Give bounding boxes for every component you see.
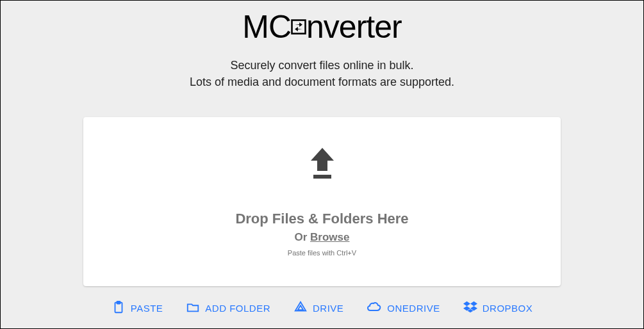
drive-label: DRIVE — [313, 303, 343, 314]
drop-subtitle: Or Browse — [295, 231, 350, 244]
add-folder-button[interactable]: ADD FOLDER — [186, 300, 270, 316]
logo-text-post: nverter — [306, 8, 402, 45]
drive-icon — [293, 300, 308, 316]
drop-title: Drop Files & Folders Here — [235, 211, 408, 227]
browse-link[interactable]: Browse — [310, 231, 349, 243]
paste-button[interactable]: PASTE — [111, 300, 163, 316]
tagline-line2: Lots of media and document formats are s… — [190, 74, 454, 90]
svg-rect-3 — [117, 301, 120, 304]
clipboard-icon — [111, 300, 126, 316]
logo: MC nverter — [242, 8, 401, 45]
dropbox-icon — [463, 300, 477, 316]
upload-icon — [307, 147, 338, 185]
drive-button[interactable]: DRIVE — [293, 300, 343, 316]
drop-or: Or — [295, 231, 311, 243]
dropbox-label: DROPBOX — [483, 303, 533, 314]
folder-icon — [186, 300, 200, 316]
drop-hint: Paste files with Ctrl+V — [288, 249, 356, 257]
swap-icon — [290, 18, 308, 36]
add-folder-label: ADD FOLDER — [205, 303, 270, 314]
tagline: Securely convert files online in bulk. L… — [190, 57, 454, 90]
tagline-line1: Securely convert files online in bulk. — [190, 57, 454, 74]
onedrive-label: ONEDRIVE — [387, 303, 440, 314]
svg-rect-1 — [313, 175, 331, 179]
dropzone[interactable]: Drop Files & Folders Here Or Browse Past… — [83, 117, 561, 286]
svg-rect-0 — [292, 20, 306, 34]
dropbox-button[interactable]: DROPBOX — [463, 300, 533, 316]
paste-label: PASTE — [131, 303, 163, 314]
onedrive-icon — [367, 300, 382, 316]
action-bar: PASTE ADD FOLDER DRIVE — [111, 300, 533, 316]
onedrive-button[interactable]: ONEDRIVE — [367, 300, 440, 316]
logo-text-pre: MC — [242, 8, 291, 45]
